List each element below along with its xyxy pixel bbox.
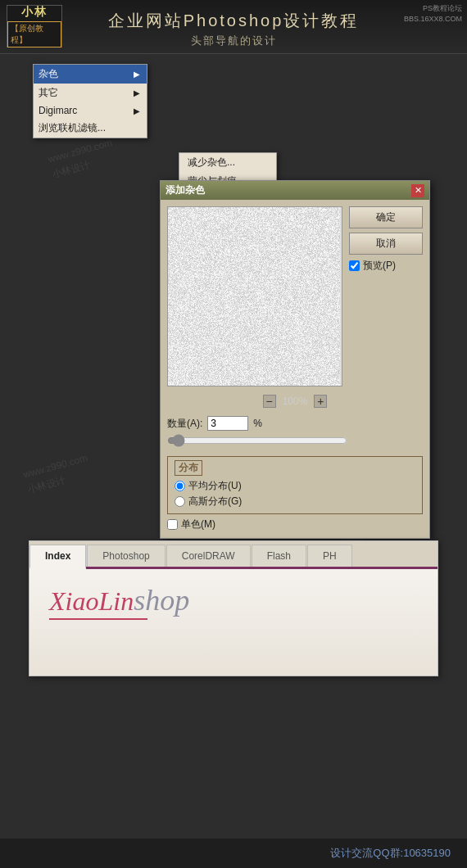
menu-item-browse[interactable]: 浏览联机滤镜...	[34, 119, 147, 138]
tab-coreldraw[interactable]: CorelDRAW	[166, 545, 251, 567]
noise-preview-canvas	[168, 207, 340, 387]
watermark-2: www.z990.com小林设计	[21, 450, 93, 498]
cancel-button[interactable]: 取消	[349, 233, 423, 255]
tab-index[interactable]: Index	[29, 545, 86, 569]
nav-preview: Index Photoshop CorelDRAW Flash PH XiaoL…	[29, 540, 438, 676]
submenu-arrow: ▶	[134, 106, 140, 115]
dialog-body: 确定 取消 预览(P)	[161, 200, 429, 393]
gaussian-radio-row[interactable]: 高斯分布(G)	[175, 495, 415, 509]
title-main: 企业网站Photoshop设计教程	[108, 10, 360, 32]
dialog-controls: 确定 取消 预览(P)	[349, 206, 423, 387]
preview-checkbox-row[interactable]: 预览(P)	[349, 259, 423, 273]
dialog-titlebar: 添加杂色 ✕	[161, 181, 429, 200]
brand-shop: shop	[134, 584, 189, 617]
gaussian-radio[interactable]	[175, 496, 185, 507]
footer-text: 设计交流QQ群:10635190	[330, 846, 451, 861]
amount-input[interactable]	[207, 416, 248, 431]
logo-top: 小林	[21, 5, 48, 20]
confirm-button[interactable]: 确定	[349, 206, 423, 228]
preview-label: 预览(P)	[363, 259, 396, 273]
nav-tabs: Index Photoshop CorelDRAW Flash PH	[29, 541, 438, 569]
mono-label: 单色(M)	[181, 518, 215, 531]
distribution-group: 分布 平均分布(U) 高斯分布(G)	[167, 456, 423, 514]
amount-row: 数量(A): %	[167, 416, 423, 431]
header: 小林 【原创教程】 PS教程论坛 BBS.16XX8.COM 企业网站Photo…	[0, 0, 467, 54]
submenu-arrow: ▶	[134, 70, 140, 79]
watermark-top: PS教程论坛 BBS.16XX8.COM	[404, 3, 462, 24]
amount-label: 数量(A):	[167, 417, 202, 431]
footer: 设计交流QQ群:10635190	[0, 839, 467, 868]
preview-checkbox[interactable]	[349, 260, 360, 271]
context-menu[interactable]: 杂色 ▶ 其它 ▶ Digimarc ▶ 浏览联机滤镜...	[33, 64, 147, 138]
uniform-radio-row[interactable]: 平均分布(U)	[175, 479, 415, 493]
zoom-in-button[interactable]: +	[314, 395, 327, 408]
menu-area: 杂色 ▶ 其它 ▶ Digimarc ▶ 浏览联机滤镜... 减少杂色... 蒙…	[33, 64, 320, 150]
brand-text: XiaoLinshop	[49, 585, 418, 615]
submenu-reduce[interactable]: 减少杂色...	[179, 153, 276, 172]
gaussian-label: 高斯分布(G)	[188, 495, 242, 509]
logo-sub: 【原创教程】	[7, 21, 61, 47]
zoom-percent: 100%	[283, 396, 308, 407]
dialog-title: 添加杂色	[165, 183, 205, 197]
brand-xiaolin: XiaoLin	[49, 586, 134, 616]
slider-row[interactable]	[167, 434, 423, 450]
tab-photoshop[interactable]: Photoshop	[87, 545, 165, 567]
tab-flash[interactable]: Flash	[252, 545, 306, 567]
amount-slider[interactable]	[167, 434, 347, 447]
tab-ph[interactable]: PH	[307, 545, 352, 567]
nav-content: XiaoLinshop	[29, 569, 438, 676]
menu-item-other[interactable]: 其它 ▶	[34, 84, 147, 102]
add-noise-dialog: 添加杂色 ✕ 确定 取消 预览(P) − 100% + 数量(A): % 分布	[160, 180, 430, 539]
dialog-close-button[interactable]: ✕	[411, 184, 424, 197]
menu-item-digimarc[interactable]: Digimarc ▶	[34, 102, 147, 119]
zoom-out-button[interactable]: −	[263, 395, 276, 408]
title-sub: 头部导航的设计	[191, 34, 277, 48]
mono-checkbox[interactable]	[167, 519, 178, 530]
zoom-row: − 100% +	[161, 393, 429, 411]
brand-underline	[49, 618, 147, 620]
amount-unit: %	[253, 418, 262, 429]
logo: 小林 【原创教程】	[7, 5, 62, 47]
distribution-label: 分布	[175, 460, 202, 476]
uniform-radio[interactable]	[175, 481, 185, 491]
submenu-arrow: ▶	[134, 88, 140, 97]
menu-item-noise[interactable]: 杂色 ▶	[34, 65, 147, 84]
dialog-preview-area	[167, 206, 342, 387]
mono-checkbox-row[interactable]: 单色(M)	[167, 518, 423, 531]
dialog-footer: 数量(A): % 分布 平均分布(U) 高斯分布(G) 单色(M)	[161, 411, 429, 538]
uniform-label: 平均分布(U)	[188, 479, 242, 493]
